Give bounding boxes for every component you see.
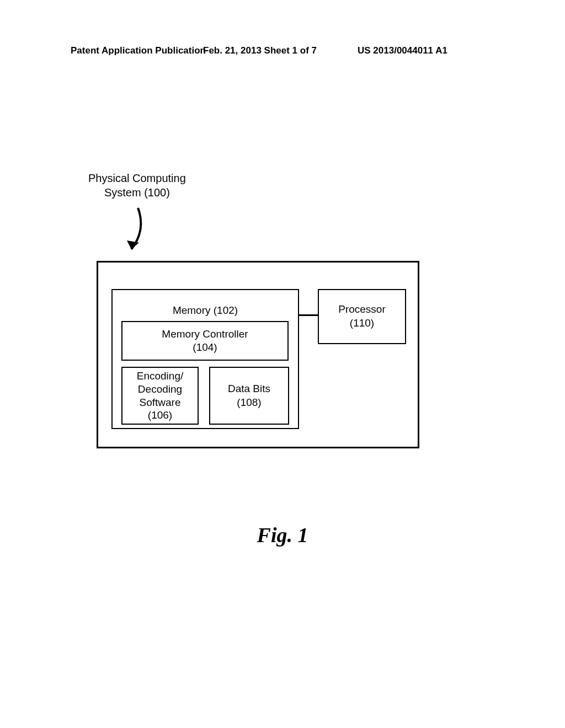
pointer-arrow-icon <box>116 205 154 260</box>
system-label-line1: Physical Computing <box>88 172 186 184</box>
enc-line1: Encoding/ <box>122 370 198 383</box>
data-bits-box: Data Bits (108) <box>209 367 289 425</box>
header-left: Patent Application Publication <box>71 45 206 56</box>
data-line1: Data Bits <box>210 382 288 396</box>
enc-line3: Software <box>122 396 198 409</box>
enc-line4: (106) <box>122 409 198 422</box>
system-label-line2: System (100) <box>104 186 170 199</box>
header-center: Feb. 21, 2013 Sheet 1 of 7 <box>203 45 317 56</box>
figure-label: Fig. 1 <box>0 523 565 547</box>
memory-processor-connector <box>299 314 318 316</box>
proc-line2: (110) <box>319 317 405 330</box>
memcont-line1: Memory Controller <box>122 328 287 341</box>
memcont-line2: (104) <box>122 341 287 354</box>
proc-line1: Processor <box>319 303 405 317</box>
header-right: US 2013/0044011 A1 <box>358 45 447 56</box>
enc-line2: Decoding <box>122 383 198 396</box>
processor-box: Processor (110) <box>318 289 406 344</box>
memory-controller-box: Memory Controller (104) <box>121 321 289 361</box>
encoding-decoding-box: Encoding/ Decoding Software (106) <box>121 367 199 425</box>
system-label: Physical Computing System (100) <box>88 171 186 200</box>
memory-title: Memory (102) <box>113 304 298 317</box>
data-line2: (108) <box>210 396 288 410</box>
